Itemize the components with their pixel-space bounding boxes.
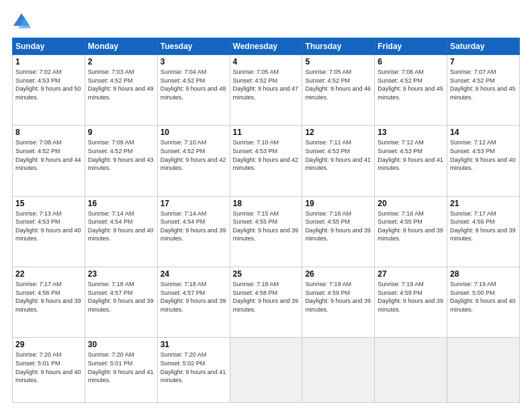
calendar-cell: 2 Sunrise: 7:03 AM Sunset: 4:52 PM Dayli… bbox=[85, 55, 157, 126]
calendar-header-row: SundayMondayTuesdayWednesdayThursdayFrid… bbox=[13, 38, 520, 55]
calendar-day-header: Thursday bbox=[302, 38, 375, 55]
calendar-cell: 28 Sunrise: 7:19 AM Sunset: 5:00 PM Dayl… bbox=[447, 267, 520, 338]
day-number: 30 bbox=[88, 340, 154, 349]
calendar-cell: 22 Sunrise: 7:17 AM Sunset: 4:56 PM Dayl… bbox=[13, 267, 85, 338]
day-info: Sunrise: 7:17 AM Sunset: 4:56 PM Dayligh… bbox=[450, 210, 517, 243]
day-info: Sunrise: 7:14 AM Sunset: 4:54 PM Dayligh… bbox=[161, 210, 227, 243]
day-number: 4 bbox=[233, 57, 300, 66]
day-number: 12 bbox=[305, 128, 371, 137]
day-info: Sunrise: 7:10 AM Sunset: 4:52 PM Dayligh… bbox=[161, 138, 227, 172]
day-number: 6 bbox=[378, 57, 444, 66]
calendar-day-header: Friday bbox=[375, 38, 447, 55]
day-number: 5 bbox=[305, 57, 371, 66]
day-number: 9 bbox=[88, 128, 154, 137]
day-number: 29 bbox=[15, 340, 82, 349]
day-number: 3 bbox=[161, 57, 227, 66]
day-info: Sunrise: 7:09 AM Sunset: 4:52 PM Dayligh… bbox=[88, 138, 154, 172]
day-number: 7 bbox=[450, 57, 517, 66]
day-info: Sunrise: 7:20 AM Sunset: 5:01 PM Dayligh… bbox=[15, 351, 82, 384]
day-number: 14 bbox=[450, 128, 517, 137]
calendar-cell: 9 Sunrise: 7:09 AM Sunset: 4:52 PM Dayli… bbox=[85, 126, 157, 196]
day-info: Sunrise: 7:07 AM Sunset: 4:52 PM Dayligh… bbox=[450, 68, 517, 101]
calendar-week-row: 15 Sunrise: 7:13 AM Sunset: 4:53 PM Dayl… bbox=[13, 196, 520, 267]
day-number: 19 bbox=[305, 199, 371, 208]
day-info: Sunrise: 7:10 AM Sunset: 4:53 PM Dayligh… bbox=[233, 138, 300, 172]
calendar-cell: 17 Sunrise: 7:14 AM Sunset: 4:54 PM Dayl… bbox=[157, 196, 230, 267]
day-number: 15 bbox=[15, 199, 82, 208]
day-info: Sunrise: 7:12 AM Sunset: 4:53 PM Dayligh… bbox=[450, 138, 517, 172]
calendar-cell: 4 Sunrise: 7:05 AM Sunset: 4:52 PM Dayli… bbox=[230, 55, 302, 126]
calendar-cell: 3 Sunrise: 7:04 AM Sunset: 4:52 PM Dayli… bbox=[157, 55, 230, 126]
day-info: Sunrise: 7:20 AM Sunset: 5:02 PM Dayligh… bbox=[161, 351, 227, 384]
calendar-cell: 5 Sunrise: 7:05 AM Sunset: 4:52 PM Dayli… bbox=[302, 55, 375, 126]
day-info: Sunrise: 7:19 AM Sunset: 4:59 PM Dayligh… bbox=[305, 280, 371, 314]
logo-icon bbox=[12, 12, 31, 31]
day-number: 25 bbox=[233, 269, 300, 279]
day-number: 8 bbox=[15, 128, 82, 137]
day-number: 13 bbox=[378, 128, 444, 137]
calendar-cell: 29 Sunrise: 7:20 AM Sunset: 5:01 PM Dayl… bbox=[13, 338, 85, 403]
calendar-cell: 7 Sunrise: 7:07 AM Sunset: 4:52 PM Dayli… bbox=[447, 55, 520, 126]
day-info: Sunrise: 7:12 AM Sunset: 4:53 PM Dayligh… bbox=[378, 138, 444, 172]
calendar-cell: 10 Sunrise: 7:10 AM Sunset: 4:52 PM Dayl… bbox=[157, 126, 230, 196]
day-info: Sunrise: 7:19 AM Sunset: 4:59 PM Dayligh… bbox=[378, 280, 444, 314]
calendar-cell: 15 Sunrise: 7:13 AM Sunset: 4:53 PM Dayl… bbox=[13, 196, 85, 267]
calendar-cell bbox=[302, 338, 375, 403]
day-info: Sunrise: 7:18 AM Sunset: 4:57 PM Dayligh… bbox=[161, 280, 227, 314]
day-number: 1 bbox=[15, 57, 82, 66]
calendar-cell: 19 Sunrise: 7:16 AM Sunset: 4:55 PM Dayl… bbox=[302, 196, 375, 267]
day-number: 22 bbox=[15, 269, 82, 279]
page: SundayMondayTuesdayWednesdayThursdayFrid… bbox=[0, 0, 532, 411]
day-info: Sunrise: 7:13 AM Sunset: 4:53 PM Dayligh… bbox=[15, 210, 82, 243]
day-info: Sunrise: 7:16 AM Sunset: 4:55 PM Dayligh… bbox=[378, 210, 444, 243]
calendar-cell: 6 Sunrise: 7:06 AM Sunset: 4:52 PM Dayli… bbox=[375, 55, 447, 126]
calendar-day-header: Tuesday bbox=[157, 38, 230, 55]
day-number: 21 bbox=[450, 199, 517, 208]
header bbox=[12, 12, 520, 31]
day-number: 2 bbox=[88, 57, 154, 66]
day-number: 20 bbox=[378, 199, 444, 208]
calendar-week-row: 8 Sunrise: 7:08 AM Sunset: 4:52 PM Dayli… bbox=[13, 126, 520, 196]
day-info: Sunrise: 7:15 AM Sunset: 4:55 PM Dayligh… bbox=[233, 210, 300, 243]
day-number: 28 bbox=[450, 269, 517, 279]
calendar-week-row: 1 Sunrise: 7:02 AM Sunset: 4:53 PM Dayli… bbox=[13, 55, 520, 126]
calendar-day-header: Wednesday bbox=[230, 38, 302, 55]
calendar-cell: 30 Sunrise: 7:20 AM Sunset: 5:01 PM Dayl… bbox=[85, 338, 157, 403]
day-number: 24 bbox=[161, 269, 227, 279]
day-number: 11 bbox=[233, 128, 300, 137]
day-number: 18 bbox=[233, 199, 300, 208]
logo bbox=[12, 12, 34, 31]
calendar-cell: 24 Sunrise: 7:18 AM Sunset: 4:57 PM Dayl… bbox=[157, 267, 230, 338]
day-info: Sunrise: 7:18 AM Sunset: 4:58 PM Dayligh… bbox=[233, 280, 300, 314]
calendar-cell: 1 Sunrise: 7:02 AM Sunset: 4:53 PM Dayli… bbox=[13, 55, 85, 126]
calendar-cell: 27 Sunrise: 7:19 AM Sunset: 4:59 PM Dayl… bbox=[375, 267, 447, 338]
day-info: Sunrise: 7:20 AM Sunset: 5:01 PM Dayligh… bbox=[88, 351, 154, 384]
day-info: Sunrise: 7:05 AM Sunset: 4:52 PM Dayligh… bbox=[305, 68, 371, 101]
day-info: Sunrise: 7:18 AM Sunset: 4:57 PM Dayligh… bbox=[88, 280, 154, 314]
day-info: Sunrise: 7:11 AM Sunset: 4:53 PM Dayligh… bbox=[305, 138, 371, 172]
day-number: 10 bbox=[161, 128, 227, 137]
day-info: Sunrise: 7:05 AM Sunset: 4:52 PM Dayligh… bbox=[233, 68, 300, 101]
day-number: 23 bbox=[88, 269, 154, 279]
day-number: 16 bbox=[88, 199, 154, 208]
calendar-cell: 14 Sunrise: 7:12 AM Sunset: 4:53 PM Dayl… bbox=[447, 126, 520, 196]
day-info: Sunrise: 7:16 AM Sunset: 4:55 PM Dayligh… bbox=[305, 210, 371, 243]
day-info: Sunrise: 7:19 AM Sunset: 5:00 PM Dayligh… bbox=[450, 280, 517, 314]
calendar-cell: 13 Sunrise: 7:12 AM Sunset: 4:53 PM Dayl… bbox=[375, 126, 447, 196]
calendar-cell: 20 Sunrise: 7:16 AM Sunset: 4:55 PM Dayl… bbox=[375, 196, 447, 267]
day-number: 31 bbox=[161, 340, 227, 349]
calendar-cell: 18 Sunrise: 7:15 AM Sunset: 4:55 PM Dayl… bbox=[230, 196, 302, 267]
day-info: Sunrise: 7:08 AM Sunset: 4:52 PM Dayligh… bbox=[15, 138, 82, 172]
calendar-cell bbox=[375, 338, 447, 403]
day-number: 17 bbox=[161, 199, 227, 208]
calendar-day-header: Saturday bbox=[447, 38, 520, 55]
day-info: Sunrise: 7:17 AM Sunset: 4:56 PM Dayligh… bbox=[15, 280, 82, 314]
calendar-cell: 23 Sunrise: 7:18 AM Sunset: 4:57 PM Dayl… bbox=[85, 267, 157, 338]
day-number: 26 bbox=[305, 269, 371, 279]
calendar-week-row: 29 Sunrise: 7:20 AM Sunset: 5:01 PM Dayl… bbox=[13, 338, 520, 403]
calendar-cell bbox=[230, 338, 302, 403]
calendar-cell: 16 Sunrise: 7:14 AM Sunset: 4:54 PM Dayl… bbox=[85, 196, 157, 267]
calendar-cell: 31 Sunrise: 7:20 AM Sunset: 5:02 PM Dayl… bbox=[157, 338, 230, 403]
day-info: Sunrise: 7:04 AM Sunset: 4:52 PM Dayligh… bbox=[161, 68, 227, 101]
calendar-cell: 21 Sunrise: 7:17 AM Sunset: 4:56 PM Dayl… bbox=[447, 196, 520, 267]
